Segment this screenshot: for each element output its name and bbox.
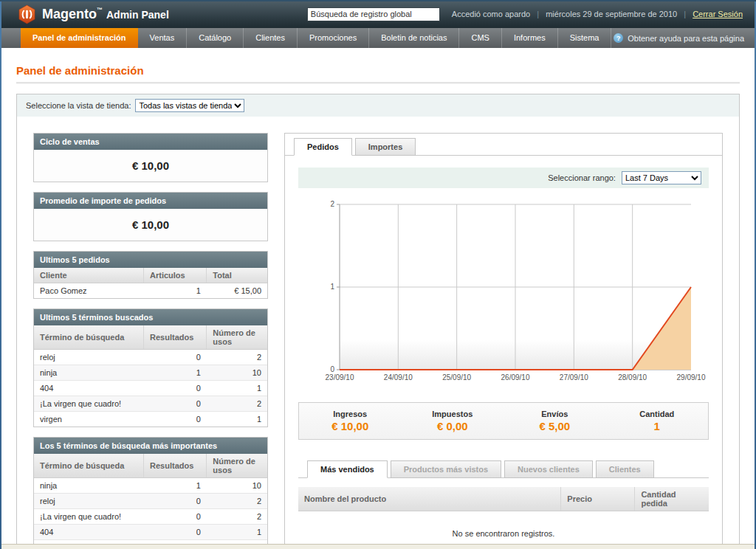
data-table: Término de búsquedaResultadosNúmero de u… (34, 454, 267, 549)
trademark: ™ (97, 7, 103, 13)
table-row: reloj02 (34, 494, 267, 509)
average-order-box: Promedio de importe de pedidos € 10,00 (33, 192, 268, 241)
nav-item-sistema[interactable]: Sistema (558, 28, 612, 48)
column-header: Total (207, 268, 267, 283)
logout-link[interactable]: Cerrar Sesión (693, 10, 743, 18)
sales-cycle-box: Ciclo de ventas € 10,00 (33, 133, 268, 182)
magento-logo-icon (18, 4, 36, 24)
top-search-terms-box: Los 5 términos de búsqueda más important… (33, 437, 268, 549)
stat-label: Cantidad (606, 410, 709, 418)
magento-logo: Magento™Admin Panel (18, 4, 169, 24)
header-user-info: Accedió como apardo | miércoles 29 de se… (452, 10, 743, 18)
stat-cantidad: Cantidad1 (606, 410, 709, 432)
svg-text:29/09/10: 29/09/10 (677, 373, 706, 381)
table-cell: 404 (34, 525, 144, 540)
tab-clientes[interactable]: Clientes (596, 460, 654, 478)
nav-item-boletin-de-noticias[interactable]: Boletin de noticias (369, 28, 459, 48)
store-view-select[interactable]: Todas las vistas de tienda (135, 99, 244, 112)
table-row: Paco Gomez1€ 15,00 (34, 283, 267, 299)
totals-row: Ingresos€ 10,00Impuestos€ 0,00Envíos€ 5,… (298, 402, 709, 440)
separator: | (684, 10, 686, 18)
tab-productos-m-s-vistos[interactable]: Productos más vistos (391, 460, 501, 478)
table-cell: ¡La virgen que cuadro! (34, 396, 144, 412)
stat-ingresos: Ingresos€ 10,00 (299, 410, 402, 432)
table-cell: 404 (34, 381, 144, 396)
global-search-input[interactable] (307, 7, 440, 21)
table-cell: ninja (34, 478, 144, 494)
range-select[interactable]: Last 7 Days (622, 171, 701, 184)
nav-item-ventas[interactable]: Ventas (138, 28, 188, 48)
box-title: Los 5 términos de búsqueda más important… (34, 438, 267, 454)
tab-m-s-vendidos[interactable]: Más vendidos (307, 460, 388, 478)
column-header: Término de búsqueda (34, 325, 144, 350)
header: Magento™Admin Panel Accedió como apardo … (0, 0, 756, 28)
chart-tabs: PedidosImportes (285, 134, 722, 156)
stat-value: 1 (606, 420, 709, 432)
table-cell: 0 (144, 396, 207, 412)
last-search-terms-table: Término de búsquedaResultadosNúmero de u… (34, 325, 267, 427)
data-table: ClienteArticulosTotalPaco Gomez1€ 15,00 (34, 268, 267, 298)
nav-items: Panel de administraciónVentasCatálogoCli… (21, 28, 611, 48)
column-header: Nombre del producto (298, 487, 561, 511)
nav-item-informes[interactable]: Informes (502, 28, 558, 48)
table-cell: 0 (144, 350, 207, 365)
table-cell: 1 (144, 365, 207, 381)
data-table: Término de búsquedaResultadosNúmero de u… (34, 325, 267, 427)
help-link[interactable]: ? Obtener ayuda para esta página (614, 28, 756, 48)
help-label: Obtener ayuda para esta página (628, 34, 744, 43)
range-label: Seleccionar rango: (548, 173, 616, 182)
current-date: miércoles 29 de septiembre de 2010 (546, 10, 677, 18)
tab-pedidos[interactable]: Pedidos (294, 138, 352, 156)
table-cell: 10 (207, 365, 267, 381)
range-bar: Seleccionar rango: Last 7 Days (298, 168, 709, 188)
window-top-edge (0, 0, 756, 1)
app-subtitle: Admin Panel (106, 9, 169, 21)
stat-label: Impuestos (402, 410, 504, 418)
stat-value: € 0,00 (402, 420, 504, 432)
table-cell: 1 (207, 381, 267, 396)
column-header: Número de usos (207, 454, 267, 478)
table-cell: reloj (34, 350, 144, 365)
table-cell: 0 (144, 494, 207, 509)
stat-label: Ingresos (299, 410, 402, 418)
box-title: Ultimos 5 pedidos (34, 252, 267, 268)
table-cell: Paco Gomez (34, 283, 144, 299)
table-cell: 2 (207, 509, 267, 525)
column-header: Número de usos (207, 325, 267, 350)
table-row: virgen01 (34, 412, 267, 427)
tab-importes[interactable]: Importes (355, 138, 416, 156)
nav-item-panel-de-administraci-n[interactable]: Panel de administración (21, 28, 138, 48)
help-icon: ? (614, 33, 623, 43)
column-header: Término de búsqueda (34, 454, 144, 478)
table-cell: 0 (144, 381, 207, 396)
tab-nuevos-clientes[interactable]: Nuevos clientes (504, 460, 593, 478)
table-cell: 2 (207, 396, 267, 412)
table-row: reloj02 (34, 350, 267, 365)
nav-item-promociones[interactable]: Promociones (298, 28, 369, 48)
last-orders-table: ClienteArticulosTotalPaco Gomez1€ 15,00 (34, 268, 267, 298)
store-view-label: Seleccione la vista de tienda: (26, 101, 131, 110)
nav-item-cms[interactable]: CMS (459, 28, 501, 48)
table-cell: € 15,00 (207, 283, 267, 299)
nav-item-clientes[interactable]: Clientes (244, 28, 298, 48)
nav-item-cat-logo[interactable]: Catálogo (187, 28, 244, 48)
column-header: Cliente (34, 268, 144, 283)
data-table: Nombre del productoPrecioCantidad pedida… (298, 487, 709, 549)
stat-value: € 5,00 (504, 420, 606, 432)
app-title: Magento™Admin Panel (42, 7, 169, 22)
svg-text:1: 1 (330, 283, 334, 291)
last-orders-box: Ultimos 5 pedidos ClienteArticulosTotalP… (33, 251, 268, 299)
table-row: 40401 (34, 525, 267, 540)
table-row: ninja110 (34, 478, 267, 494)
orders-panel: PedidosImportes Seleccionar rango: Last … (284, 133, 723, 549)
orders-chart-svg: 01223/09/1024/09/1025/09/1026/09/1027/09… (317, 200, 709, 386)
left-column: Ciclo de ventas € 10,00 Promedio de impo… (33, 133, 268, 549)
report-tabs: Más vendidosProductos más vistosNuevos c… (298, 456, 709, 478)
table-row: ¡La virgen que cuadro!02 (34, 396, 267, 412)
store-view-bar: Seleccione la vista de tienda: Todas las… (17, 94, 739, 117)
table-cell: 10 (207, 478, 267, 494)
table-cell: 0 (144, 509, 207, 525)
stat-env-os: Envíos€ 5,00 (504, 410, 606, 432)
main-nav: Panel de administraciónVentasCatálogoCli… (0, 28, 756, 48)
table-cell: 2 (207, 350, 267, 365)
